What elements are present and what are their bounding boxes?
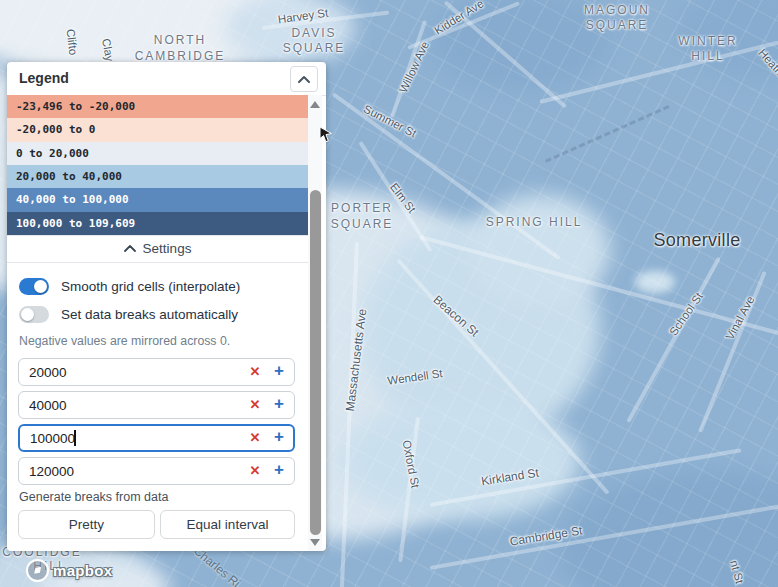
map-label-north-cambridge: CAMBRIDGE [135, 49, 226, 63]
break-row: ✕ + [18, 358, 295, 386]
text-caret [74, 430, 76, 446]
legend-bucket: 20,000 to 40,000 [7, 165, 308, 188]
triangle-down-icon [310, 539, 320, 546]
toggle-knob [21, 308, 34, 321]
collapse-panel-button[interactable] [290, 66, 318, 92]
auto-breaks-label: Set data breaks automatically [61, 307, 238, 322]
map-label-davis-square: DAVIS [291, 26, 336, 40]
add-break-button[interactable]: + [270, 427, 288, 447]
add-break-button[interactable]: + [270, 394, 288, 414]
remove-break-button[interactable]: ✕ [246, 429, 264, 447]
map-label-spring-hill: SPRING HILL [486, 215, 583, 229]
equal-interval-button[interactable]: Equal interval [160, 510, 295, 539]
map-label-somerville: Somerville [653, 230, 740, 251]
legend-bucket: -23,496 to -20,000 [7, 95, 308, 118]
remove-break-button[interactable]: ✕ [246, 363, 264, 381]
map-label-porter-square: PORTER [331, 201, 393, 215]
divider [7, 262, 308, 263]
mouse-cursor [319, 126, 333, 143]
chevron-up-icon [297, 75, 311, 84]
legend-bucket: 100,000 to 109,609 [7, 212, 308, 235]
settings-section-toggle[interactable]: Settings [7, 235, 308, 262]
scroll-up-arrow[interactable] [308, 97, 322, 111]
map-label-north-cambridge: NORTH [154, 33, 206, 47]
break-row: ✕ + [18, 424, 295, 452]
legend-header: Legend [7, 62, 326, 95]
break-row: ✕ + [18, 457, 295, 485]
map-label-magoun-square: MAGOUN [584, 3, 650, 17]
toggle-knob [34, 280, 47, 293]
map-label-davis-square: SQUARE [283, 41, 346, 55]
settings-label: Settings [143, 241, 192, 256]
mapbox-attribution[interactable]: mapbox [26, 559, 112, 582]
panel-scrollbar[interactable] [308, 95, 322, 551]
triangle-up-icon [310, 101, 320, 108]
legend-title: Legend [19, 70, 69, 86]
legend-bucket: 0 to 20,000 [7, 142, 308, 165]
mapbox-arrow-icon [31, 564, 44, 577]
smooth-grid-label: Smooth grid cells (interpolate) [61, 279, 240, 294]
map-label-winter-hill: WINTER [678, 34, 737, 48]
map-label-magoun-square: SQUARE [586, 18, 649, 32]
mirror-note: Negative values are mirrored across 0. [19, 334, 230, 348]
mapbox-logo-icon [26, 559, 49, 582]
auto-breaks-row: Set data breaks automatically [19, 304, 238, 324]
add-break-button[interactable]: + [270, 460, 288, 480]
break-row: ✕ + [18, 391, 295, 419]
remove-break-button[interactable]: ✕ [246, 462, 264, 480]
scrollbar-thumb[interactable] [310, 190, 321, 535]
remove-break-button[interactable]: ✕ [246, 396, 264, 414]
legend-bucket: 40,000 to 100,000 [7, 188, 308, 211]
auto-breaks-toggle[interactable] [19, 306, 49, 323]
chevron-up-icon [124, 245, 136, 252]
legend-panel: Legend -23,496 to -20,000 -20,000 to 0 0… [7, 62, 326, 551]
mapbox-wordmark: mapbox [53, 562, 112, 579]
smooth-grid-row: Smooth grid cells (interpolate) [19, 276, 240, 296]
legend-bucket: -20,000 to 0 [7, 118, 308, 141]
smooth-grid-toggle[interactable] [19, 278, 49, 295]
scroll-down-arrow[interactable] [308, 535, 322, 549]
pretty-button[interactable]: Pretty [18, 510, 155, 539]
map-label-porter-square: SQUARE [331, 217, 394, 231]
map-label-winter-hill: HILL [691, 49, 724, 63]
generate-breaks-label: Generate breaks from data [19, 490, 168, 504]
add-break-button[interactable]: + [270, 361, 288, 381]
legend-color-scale: -23,496 to -20,000 -20,000 to 0 0 to 20,… [7, 95, 308, 235]
